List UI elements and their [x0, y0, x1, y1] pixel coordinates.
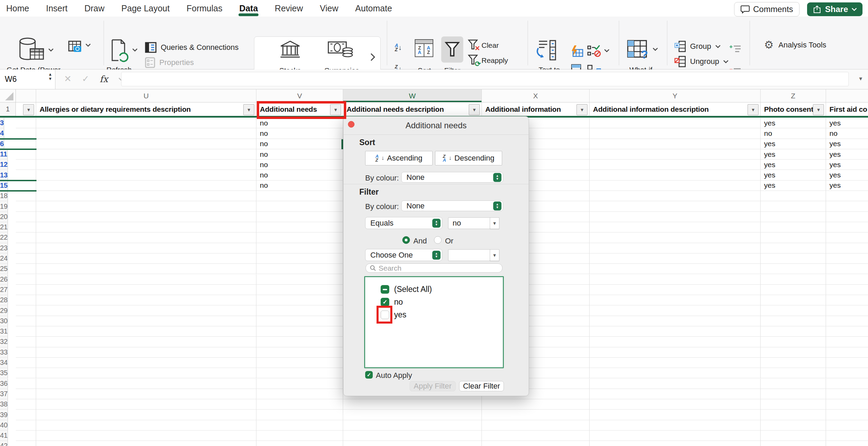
cell[interactable]	[826, 337, 868, 347]
cell[interactable]	[482, 410, 590, 420]
cell[interactable]	[256, 431, 343, 441]
cell[interactable]	[761, 232, 826, 243]
cell[interactable]	[36, 264, 256, 274]
cell[interactable]	[256, 253, 343, 264]
cell[interactable]	[590, 160, 761, 170]
cell[interactable]	[36, 128, 256, 139]
cell[interactable]	[36, 368, 256, 378]
show-detail-button[interactable]	[729, 44, 741, 56]
cell[interactable]	[590, 368, 761, 378]
row-number[interactable]: 35	[0, 368, 8, 378]
tab-view[interactable]: View	[320, 3, 338, 13]
cell[interactable]	[36, 337, 256, 347]
cell[interactable]	[343, 431, 482, 441]
cell[interactable]	[36, 170, 256, 181]
cell[interactable]	[826, 295, 868, 305]
combo-dropdown-icon[interactable]: ▼	[490, 249, 499, 261]
sort-by-colour-select[interactable]: None ▲▼	[401, 172, 503, 183]
cell[interactable]	[36, 305, 256, 316]
cell[interactable]	[761, 222, 826, 232]
row-number[interactable]: 34	[0, 358, 8, 368]
cell[interactable]	[761, 389, 826, 399]
cell[interactable]	[826, 347, 868, 358]
cell[interactable]: no	[256, 118, 343, 128]
cell[interactable]	[761, 326, 826, 337]
cell[interactable]	[761, 243, 826, 253]
header-cell-w[interactable]: Additional needs description▼	[343, 102, 482, 116]
cell[interactable]	[36, 243, 256, 253]
cell[interactable]	[16, 441, 36, 446]
cell[interactable]	[256, 285, 343, 295]
cell[interactable]	[761, 305, 826, 316]
col-head-x[interactable]: X	[482, 89, 590, 102]
row-number[interactable]: 12	[0, 160, 8, 170]
cell[interactable]	[16, 368, 36, 378]
cell[interactable]	[256, 264, 343, 274]
row-number[interactable]: 22	[0, 232, 8, 243]
cell[interactable]: no	[256, 160, 343, 170]
indeterminate-checkbox[interactable]	[381, 285, 389, 294]
cell[interactable]	[256, 379, 343, 389]
cell[interactable]	[590, 128, 761, 139]
cell[interactable]	[36, 149, 256, 160]
filter-list-item[interactable]: (Select All)	[381, 285, 432, 294]
cell[interactable]	[16, 326, 36, 337]
cell[interactable]	[16, 305, 36, 316]
cell[interactable]	[761, 347, 826, 358]
cell[interactable]	[16, 253, 36, 264]
cell[interactable]	[16, 212, 36, 222]
queries-connections-button[interactable]: Queries & Connections	[145, 42, 239, 53]
cell[interactable]	[761, 201, 826, 211]
cell[interactable]	[36, 274, 256, 285]
cell[interactable]: yes	[826, 170, 868, 181]
cell[interactable]	[36, 389, 256, 399]
cell[interactable]	[256, 326, 343, 337]
cell[interactable]: no	[256, 139, 343, 149]
combo-dropdown-icon[interactable]: ▼	[490, 217, 499, 229]
cell[interactable]: yes	[761, 170, 826, 181]
cell[interactable]	[16, 295, 36, 305]
cell[interactable]	[590, 191, 761, 201]
cell[interactable]	[36, 379, 256, 389]
formula-bar-expand-icon[interactable]: ▼	[858, 76, 863, 81]
tab-insert[interactable]: Insert	[46, 3, 68, 13]
filter-by-colour-select[interactable]: None ▲▼	[401, 200, 503, 211]
header-cell-x[interactable]: Additional information▼	[482, 102, 590, 116]
row-number-1[interactable]: 1	[0, 102, 16, 116]
cell[interactable]	[590, 212, 761, 222]
cell[interactable]	[482, 431, 590, 441]
row-number[interactable]: 15	[0, 181, 8, 191]
row-number[interactable]: 36	[0, 379, 8, 389]
cell[interactable]	[16, 191, 36, 201]
row-number[interactable]: 6	[0, 139, 4, 149]
cell[interactable]	[826, 264, 868, 274]
name-box-stepper[interactable]: ▲▼	[48, 72, 52, 81]
cell[interactable]	[36, 347, 256, 358]
cancel-icon[interactable]: ✕	[64, 74, 72, 84]
cell[interactable]: yes	[761, 181, 826, 191]
cell[interactable]	[826, 201, 868, 211]
cell[interactable]	[590, 358, 761, 368]
header-cell-t[interactable]: ▼	[16, 102, 36, 116]
cell[interactable]	[826, 441, 868, 446]
cell[interactable]	[36, 285, 256, 295]
cell[interactable]	[343, 410, 482, 420]
cell[interactable]	[761, 316, 826, 326]
cell[interactable]	[36, 232, 256, 243]
cell[interactable]	[826, 243, 868, 253]
cell[interactable]	[826, 420, 868, 431]
filter-dropdown-icon[interactable]: ▼	[813, 104, 824, 115]
cell[interactable]	[256, 243, 343, 253]
flash-fill-button[interactable]	[570, 45, 583, 58]
or-radio[interactable]	[434, 236, 442, 244]
cell[interactable]	[256, 305, 343, 316]
row-number[interactable]: 40	[0, 420, 8, 431]
analysis-tools-button[interactable]: ⚙ Analysis Tools	[764, 39, 826, 51]
cell[interactable]	[36, 399, 256, 410]
header-cell-aa[interactable]: First aid co	[826, 102, 868, 116]
cell[interactable]	[761, 420, 826, 431]
checked-checkbox[interactable]	[381, 298, 389, 306]
ungroup-button[interactable]: Ungroup	[674, 56, 729, 67]
cell[interactable]	[36, 410, 256, 420]
cell[interactable]	[36, 222, 256, 232]
